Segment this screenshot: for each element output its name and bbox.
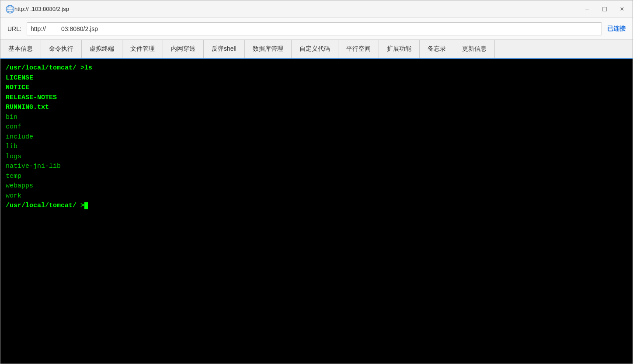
terminal-line: webapps: [6, 181, 627, 191]
url-label: URL:: [7, 25, 21, 32]
tab-bar: 基本信息 命令执行 虚拟终端 文件管理 内网穿透 反弹shell 数据库管理 自…: [0, 40, 633, 59]
terminal-line: logs: [6, 152, 627, 162]
url-bar: URL: 已连接: [0, 18, 633, 40]
tab-notes[interactable]: 备忘录: [420, 40, 454, 58]
tab-reverse-shell[interactable]: 反弹shell: [204, 40, 245, 58]
terminal-line: conf: [6, 122, 627, 132]
url-input[interactable]: [27, 22, 602, 35]
globe-icon: [6, 5, 14, 14]
minimize-button[interactable]: −: [582, 4, 592, 14]
tab-update-info[interactable]: 更新信息: [454, 40, 495, 58]
terminal-line: work: [6, 191, 627, 201]
connection-status: 已连接: [607, 25, 626, 33]
tab-file-mgmt[interactable]: 文件管理: [122, 40, 163, 58]
terminal-line: /usr/local/tomcat/ >ls: [6, 63, 627, 73]
tab-intranet[interactable]: 内网穿透: [163, 40, 204, 58]
terminal-line: bin: [6, 113, 627, 123]
main-window: http:// .103:8080/2.jsp − □ × URL: 已连接 基…: [0, 0, 633, 364]
terminal-line: native-jni-lib: [6, 162, 627, 172]
terminal-line: RELEASE-NOTES: [6, 93, 627, 103]
tab-parallel-space[interactable]: 平行空间: [338, 40, 379, 58]
tab-extensions[interactable]: 扩展功能: [379, 40, 420, 58]
maximize-button[interactable]: □: [599, 4, 610, 14]
tab-basic-info[interactable]: 基本信息: [0, 40, 41, 58]
close-button[interactable]: ×: [617, 4, 627, 14]
tab-virtual-terminal[interactable]: 虚拟终端: [82, 40, 122, 58]
terminal-line: LICENSE: [6, 73, 627, 83]
terminal-output[interactable]: /usr/local/tomcat/ >lsLICENSENOTICERELEA…: [0, 59, 633, 364]
window-controls: − □ ×: [582, 4, 627, 14]
terminal-line: include: [6, 132, 627, 142]
tab-db-mgmt[interactable]: 数据库管理: [245, 40, 292, 58]
terminal-line: /usr/local/tomcat/ >: [6, 201, 627, 211]
tab-custom-code[interactable]: 自定义代码: [292, 40, 338, 58]
tab-cmd-exec[interactable]: 命令执行: [41, 40, 82, 58]
window-title: http:// .103:8080/2.jsp: [14, 6, 582, 12]
terminal-line: RUNNING.txt: [6, 103, 627, 113]
title-bar: http:// .103:8080/2.jsp − □ ×: [0, 0, 633, 18]
terminal-line: lib: [6, 142, 627, 152]
terminal-cursor: [84, 202, 88, 209]
terminal-line: temp: [6, 172, 627, 182]
terminal-line: NOTICE: [6, 83, 627, 93]
